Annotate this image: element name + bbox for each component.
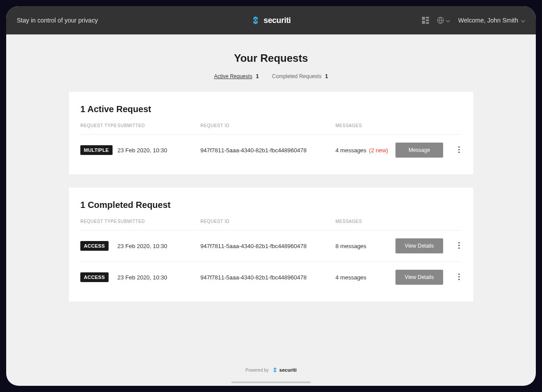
col-header-type: REQUEST TYPE — [80, 123, 117, 128]
message-button[interactable]: Message — [395, 143, 443, 158]
apps-grid-icon[interactable] — [422, 17, 429, 24]
chevron-down-icon — [446, 16, 450, 24]
brand-name: securiti — [263, 16, 291, 25]
table-header: REQUEST TYPE SUBMITTED REQUEST ID MESSAG… — [80, 123, 462, 135]
header-bar: Stay in control of your privacy securiti — [6, 6, 536, 34]
device-frame: Stay in control of your privacy securiti — [0, 0, 542, 392]
cell-submitted: 23 Feb 2020, 10:30 — [117, 147, 200, 154]
cell-action: View Details — [395, 238, 444, 253]
col-header-submitted: SUBMITTED — [117, 219, 200, 224]
svg-rect-5 — [426, 22, 429, 24]
screen: Stay in control of your privacy securiti — [6, 6, 536, 386]
cell-type: ACCESS — [80, 241, 117, 251]
header-logo[interactable]: securiti — [186, 16, 356, 25]
chevron-down-icon — [521, 17, 525, 24]
svg-point-0 — [255, 19, 256, 21]
svg-rect-3 — [426, 19, 429, 21]
completed-requests-card: 1 Completed Request REQUEST TYPE SUBMITT… — [69, 188, 473, 302]
welcome-text: Welcome, John Smith — [458, 17, 518, 24]
cell-request-id: 947f7811-5aaa-4340-82b1-fbc448960478 — [200, 243, 335, 249]
col-header-action — [395, 123, 444, 128]
footer-logo[interactable]: securiti — [272, 367, 297, 373]
more-icon[interactable] — [458, 242, 460, 250]
col-header-action — [395, 219, 444, 224]
col-header-request-id: REQUEST ID — [200, 219, 335, 224]
svg-point-13 — [459, 273, 460, 275]
footer-brand-name: securiti — [279, 367, 297, 373]
cell-request-id: 947f7811-5aaa-4340-82b1-fbc448960478 — [200, 274, 335, 281]
cell-submitted: 23 Feb 2020, 10:30 — [117, 274, 200, 281]
svg-point-7 — [459, 146, 460, 147]
active-requests-card: 1 Active Request REQUEST TYPE SUBMITTED … — [69, 92, 473, 174]
table-row: ACCESS 23 Feb 2020, 10:30 947f7811-5aaa-… — [80, 262, 462, 293]
cell-more — [444, 146, 462, 155]
svg-point-8 — [459, 149, 460, 150]
new-message-badge: (2 new) — [369, 147, 388, 154]
page-title: Your Requests — [234, 52, 308, 64]
cell-action: View Details — [395, 270, 444, 285]
svg-point-11 — [459, 245, 460, 246]
user-menu[interactable]: Welcome, John Smith — [458, 17, 525, 24]
col-header-messages: MESSAGES — [335, 219, 395, 224]
svg-point-10 — [459, 242, 460, 243]
cell-messages: 4 messages — [335, 274, 395, 281]
cell-messages: 8 messages — [335, 243, 395, 249]
tab-count: 1 — [256, 73, 259, 79]
header-right: Welcome, John Smith — [356, 16, 525, 24]
card-title: 1 Completed Request — [80, 200, 462, 210]
header-tagline: Stay in control of your privacy — [17, 17, 186, 24]
request-tabs: Active Requests 1 Completed Requests 1 — [214, 73, 328, 79]
svg-rect-4 — [422, 21, 425, 24]
tab-label: Active Requests — [214, 73, 252, 79]
main-content: Your Requests Active Requests 1 Complete… — [6, 34, 536, 386]
home-indicator — [231, 381, 311, 383]
col-header-more — [444, 123, 462, 128]
cell-action: Message — [395, 143, 444, 158]
securiti-logo-icon — [251, 16, 260, 25]
table-row: ACCESS 23 Feb 2020, 10:30 947f7811-5aaa-… — [80, 230, 462, 262]
svg-point-16 — [275, 369, 276, 371]
svg-rect-1 — [422, 17, 425, 20]
request-type-badge: ACCESS — [80, 241, 109, 251]
securiti-logo-icon-small — [272, 367, 278, 373]
col-header-type: REQUEST TYPE — [80, 219, 117, 224]
col-header-messages: MESSAGES — [335, 123, 395, 128]
globe-icon — [437, 17, 444, 24]
col-header-more — [444, 219, 462, 224]
tab-count: 1 — [325, 73, 328, 79]
request-type-badge: MULTIPLE — [80, 145, 113, 155]
more-icon[interactable] — [458, 146, 460, 155]
col-header-request-id: REQUEST ID — [200, 123, 335, 128]
cell-more — [444, 242, 462, 250]
svg-rect-2 — [426, 17, 429, 19]
powered-by-text: Powered by — [245, 368, 269, 373]
view-details-button[interactable]: View Details — [395, 238, 443, 253]
svg-point-15 — [459, 279, 460, 280]
cell-type: ACCESS — [80, 272, 117, 282]
table-row: MULTIPLE 23 Feb 2020, 10:30 947f7811-5aa… — [80, 135, 462, 166]
tab-completed-requests[interactable]: Completed Requests 1 — [272, 73, 328, 79]
table-header: REQUEST TYPE SUBMITTED REQUEST ID MESSAG… — [80, 219, 462, 230]
cell-messages: 4 messages (2 new) — [335, 147, 395, 154]
view-details-button[interactable]: View Details — [395, 270, 443, 285]
more-icon[interactable] — [458, 273, 460, 282]
cell-submitted: 23 Feb 2020, 10:30 — [117, 243, 200, 249]
cell-request-id: 947f7811-5aaa-4340-82b1-fbc448960478 — [200, 147, 335, 154]
tab-label: Completed Requests — [272, 73, 321, 79]
tab-active-requests[interactable]: Active Requests 1 — [214, 73, 259, 79]
language-selector[interactable] — [437, 16, 450, 24]
col-header-submitted: SUBMITTED — [117, 123, 200, 128]
cell-type: MULTIPLE — [80, 145, 117, 155]
message-count: 4 messages — [335, 147, 366, 154]
svg-point-12 — [459, 247, 460, 249]
request-type-badge: ACCESS — [80, 272, 109, 282]
svg-point-9 — [459, 151, 460, 153]
cell-more — [444, 273, 462, 282]
card-title: 1 Active Request — [80, 104, 462, 114]
svg-point-14 — [459, 276, 460, 277]
